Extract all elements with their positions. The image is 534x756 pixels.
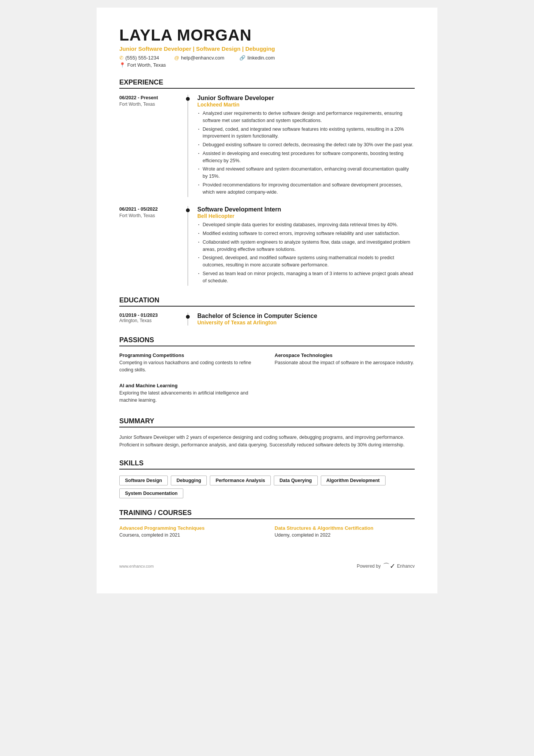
summary-section-title: SUMMARY [119, 417, 415, 427]
education-section: EDUCATION 01/2019 - 01/2023 Arlington, T… [119, 296, 415, 326]
phone-number: (555) 555-1234 [125, 55, 159, 61]
edu-left-1: 01/2019 - 01/2023 Arlington, Texas [119, 313, 187, 326]
email-icon: @ [174, 55, 179, 61]
location-icon: 📍 [119, 62, 125, 68]
exp-right-1: Junior Software Developer Lockheed Marti… [187, 95, 415, 197]
passion-item-3: AI and Machine Learning Exploring the la… [119, 383, 259, 404]
skill-tag-2: Debugging [171, 476, 207, 485]
experience-section: EXPERIENCE 06/2022 - Present Fort Worth,… [119, 78, 415, 286]
bullet-item: Designed, coded, and integrated new soft… [197, 126, 415, 140]
training-section-title: TRAINING / COURSES [119, 509, 415, 519]
footer-powered: Powered by ⌒✓ Enhancv [357, 562, 415, 571]
bullet-item: Debugged existing software to correct de… [197, 141, 415, 149]
summary-text: Junior Software Developer with 2 years o… [119, 434, 415, 449]
exp-location-2: Fort Worth, Texas [119, 213, 184, 218]
passion-desc-2: Passionate about the impact of software … [275, 359, 415, 366]
passion-title-3: AI and Machine Learning [119, 383, 259, 388]
resume-page: LAYLA MORGAN Junior Software Developer |… [97, 8, 437, 593]
exp-location-1: Fort Worth, Texas [119, 102, 184, 107]
skill-tag-1: Software Design [119, 476, 168, 485]
location-text: Fort Worth, Texas [127, 62, 166, 68]
passion-item-2: Aerospace Technologies Passionate about … [275, 352, 415, 374]
location-row: 📍 Fort Worth, Texas [119, 62, 415, 68]
bullet-item: Designed, developed, and modified softwa… [197, 254, 415, 269]
exp-job-title-2: Software Development Intern [197, 206, 415, 213]
exp-bullets-2: Developed simple data queries for existi… [197, 221, 415, 284]
linkedin-item: 🔗 linkedin.com [239, 55, 275, 61]
passion-desc-3: Exploring the latest advancements in art… [119, 390, 259, 404]
passions-grid: Programming Competitions Competing in va… [119, 352, 415, 407]
course-item-2: Data Structures & Algorithms Certificati… [275, 525, 415, 539]
phone-item: ✆ (555) 555-1234 [119, 55, 159, 61]
link-icon: 🔗 [239, 55, 245, 61]
course-desc-2: Udemy, completed in 2022 [275, 532, 415, 539]
email-item: @ help@enhancv.com [174, 55, 224, 61]
exp-company-2: Bell Helicopter [197, 213, 415, 219]
edu-degree-1: Bachelor of Science in Computer Science [197, 313, 415, 319]
course-item-1: Advanced Programming Techniques Coursera… [119, 525, 259, 539]
summary-section: SUMMARY Junior Software Developer with 2… [119, 417, 415, 449]
skill-tag-6: System Documentation [119, 488, 183, 498]
footer: www.enhancv.com Powered by ⌒✓ Enhancv [119, 562, 415, 571]
exp-company-1: Lockheed Martin [197, 102, 415, 108]
course-desc-1: Coursera, completed in 2021 [119, 532, 259, 539]
course-title-1: Advanced Programming Techniques [119, 525, 259, 531]
passion-item-1: Programming Competitions Competing in va… [119, 352, 259, 374]
exp-left-2: 06/2021 - 05/2022 Fort Worth, Texas [119, 206, 187, 286]
bullet-item: Provided recommendations for improving d… [197, 182, 415, 196]
skill-tag-5: Algorithm Development [321, 476, 386, 485]
logo-icon: ⌒✓ [383, 562, 395, 571]
bullet-item: Collaborated with system engineers to an… [197, 239, 415, 253]
exp-job-title-1: Junior Software Developer [197, 95, 415, 102]
bullet-item: Analyzed user requirements to derive sof… [197, 110, 415, 124]
exp-date-2: 06/2021 - 05/2022 [119, 206, 184, 213]
enhancv-logo: ⌒✓ Enhancv [383, 562, 415, 571]
bullet-item: Served as team lead on minor projects, m… [197, 270, 415, 285]
exp-right-2: Software Development Intern Bell Helicop… [187, 206, 415, 286]
skills-container: Software Design Debugging Performance An… [119, 476, 415, 498]
skill-tag-4: Data Querying [274, 476, 317, 485]
passions-section-title: PASSIONS [119, 336, 415, 346]
exp-date-1: 06/2022 - Present [119, 95, 184, 102]
skills-section-title: SKILLS [119, 459, 415, 470]
exp-dot-1 [186, 97, 190, 101]
passion-desc-1: Competing in various hackathons and codi… [119, 359, 259, 374]
phone-icon: ✆ [119, 55, 123, 61]
bullet-item: Developed simple data queries for existi… [197, 221, 415, 229]
edu-right-1: Bachelor of Science in Computer Science … [187, 313, 415, 326]
edu-school-1: University of Texas at Arlington [197, 319, 415, 326]
powered-by-label: Powered by [357, 563, 381, 569]
contact-row: ✆ (555) 555-1234 @ help@enhancv.com 🔗 li… [119, 55, 415, 61]
bullet-item: Assisted in developing and executing tes… [197, 150, 415, 164]
training-section: TRAINING / COURSES Advanced Programming … [119, 509, 415, 539]
passion-title-1: Programming Competitions [119, 352, 259, 358]
skills-section: SKILLS Software Design Debugging Perform… [119, 459, 415, 498]
candidate-title: Junior Software Developer | Software Des… [119, 45, 415, 52]
candidate-name: LAYLA MORGAN [119, 27, 415, 44]
passions-section: PASSIONS Programming Competitions Compet… [119, 336, 415, 407]
edu-date-1: 01/2019 - 01/2023 [119, 313, 184, 318]
experience-section-title: EXPERIENCE [119, 78, 415, 89]
edu-dot-1 [186, 315, 190, 319]
experience-entry-2: 06/2021 - 05/2022 Fort Worth, Texas Soft… [119, 206, 415, 286]
courses-grid: Advanced Programming Techniques Coursera… [119, 525, 415, 539]
skill-tag-3: Performance Analysis [210, 476, 271, 485]
exp-left-1: 06/2022 - Present Fort Worth, Texas [119, 95, 187, 197]
exp-dot-2 [186, 208, 190, 212]
exp-bullets-1: Analyzed user requirements to derive sof… [197, 110, 415, 196]
education-entry-1: 01/2019 - 01/2023 Arlington, Texas Bache… [119, 313, 415, 326]
footer-website: www.enhancv.com [119, 564, 154, 568]
bullet-item: Wrote and reviewed software and system d… [197, 166, 415, 180]
education-section-title: EDUCATION [119, 296, 415, 307]
experience-entry-1: 06/2022 - Present Fort Worth, Texas Juni… [119, 95, 415, 197]
bullet-item: Modified existing software to correct er… [197, 230, 415, 237]
email-address: help@enhancv.com [181, 55, 224, 61]
edu-location-1: Arlington, Texas [119, 318, 184, 323]
passion-title-2: Aerospace Technologies [275, 352, 415, 358]
course-title-2: Data Structures & Algorithms Certificati… [275, 525, 415, 531]
brand-name: Enhancv [397, 563, 415, 569]
header: LAYLA MORGAN Junior Software Developer |… [119, 27, 415, 68]
linkedin-url: linkedin.com [247, 55, 275, 61]
